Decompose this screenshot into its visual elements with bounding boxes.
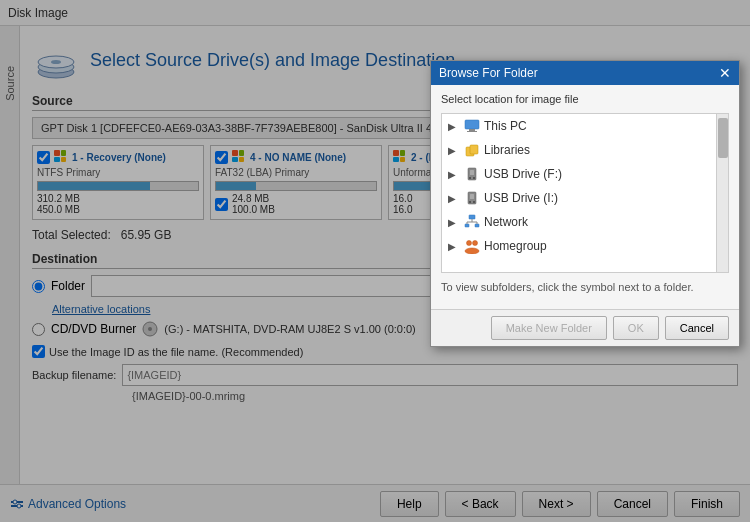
modal-overlay: Browse For Folder ✕ Select location for …	[0, 0, 750, 522]
expand-arrow-thispc: ▶	[448, 121, 460, 132]
svg-point-31	[473, 241, 478, 246]
browse-folder-modal: Browse For Folder ✕ Select location for …	[430, 60, 740, 347]
homegroup-icon	[464, 238, 480, 254]
usb-i-icon	[464, 190, 480, 206]
svg-rect-10	[465, 120, 479, 129]
tree-item-homegroup[interactable]: ▶ Homegroup	[442, 234, 716, 258]
modal-hint: To view subfolders, click the symbol nex…	[441, 281, 729, 293]
tree-item-thispc-label: This PC	[484, 119, 527, 133]
modal-subtitle: Select location for image file	[441, 93, 729, 105]
modal-scrollbar[interactable]	[716, 114, 728, 272]
svg-rect-25	[475, 224, 479, 227]
svg-point-30	[467, 241, 472, 246]
tree-item-thispc[interactable]: ▶ This PC	[442, 114, 716, 138]
svg-rect-16	[470, 170, 474, 175]
svg-rect-20	[470, 194, 474, 199]
expand-arrow-usbI: ▶	[448, 193, 460, 204]
tree-item-usbF[interactable]: ▶ USB Drive (F:)	[442, 162, 716, 186]
tree-item-network-label: Network	[484, 215, 528, 229]
modal-titlebar: Browse For Folder ✕	[431, 61, 739, 85]
expand-arrow-usbF: ▶	[448, 169, 460, 180]
make-new-folder-button[interactable]: Make New Folder	[491, 316, 607, 340]
scrollbar-thumb	[718, 118, 728, 158]
usb-f-icon	[464, 166, 480, 182]
tree-item-libraries[interactable]: ▶ Libraries	[442, 138, 716, 162]
tree-item-network[interactable]: ▶ Network	[442, 210, 716, 234]
tree-item-usbF-label: USB Drive (F:)	[484, 167, 562, 181]
tree-item-usbI-label: USB Drive (I:)	[484, 191, 558, 205]
modal-footer: Make New Folder OK Cancel	[431, 309, 739, 346]
svg-rect-11	[469, 129, 475, 131]
svg-rect-12	[467, 131, 477, 132]
expand-arrow-libraries: ▶	[448, 145, 460, 156]
modal-cancel-button[interactable]: Cancel	[665, 316, 729, 340]
svg-rect-17	[469, 177, 471, 179]
pc-icon	[464, 118, 480, 134]
modal-body: Select location for image file ▶	[431, 85, 739, 309]
svg-point-32	[465, 248, 479, 254]
tree-item-usbI[interactable]: ▶ USB Drive (I:)	[442, 186, 716, 210]
svg-rect-21	[469, 201, 471, 203]
svg-rect-14	[470, 145, 478, 154]
modal-title: Browse For Folder	[439, 66, 538, 80]
svg-rect-23	[469, 215, 475, 219]
expand-arrow-network: ▶	[448, 217, 460, 228]
tree-item-homegroup-label: Homegroup	[484, 239, 547, 253]
tree-items: ▶ This PC ▶	[442, 114, 716, 272]
modal-ok-button[interactable]: OK	[613, 316, 659, 340]
modal-close-button[interactable]: ✕	[719, 66, 731, 80]
svg-rect-18	[473, 177, 475, 179]
network-icon	[464, 214, 480, 230]
expand-arrow-homegroup: ▶	[448, 241, 460, 252]
svg-rect-24	[465, 224, 469, 227]
folder-tree: ▶ This PC ▶	[441, 113, 729, 273]
tree-item-libraries-label: Libraries	[484, 143, 530, 157]
lib-icon	[464, 142, 480, 158]
svg-rect-22	[473, 201, 475, 203]
